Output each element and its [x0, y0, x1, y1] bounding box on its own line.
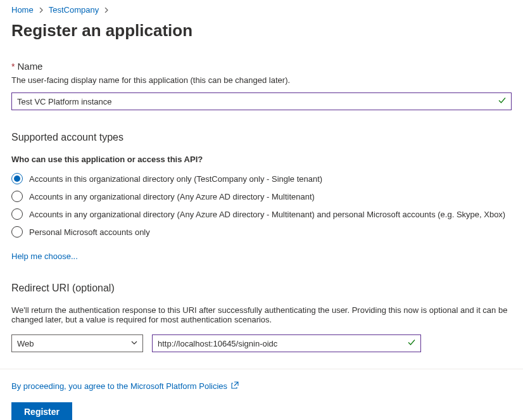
radio-label: Accounts in any organizational directory… [29, 192, 315, 201]
radio-personal-only[interactable]: Personal Microsoft accounts only [11, 226, 512, 238]
radio-single-tenant[interactable]: Accounts in this organizational director… [11, 173, 512, 184]
platform-select[interactable]: Web [11, 334, 143, 352]
radio-icon [11, 208, 23, 220]
divider [0, 369, 523, 369]
breadcrumb-home[interactable]: Home [11, 5, 34, 15]
name-label: Name [17, 61, 42, 72]
platform-select-value: Web [17, 339, 34, 348]
account-types-heading: Supported account types [11, 132, 512, 143]
name-section: * Name The user-facing display name for … [11, 61, 512, 110]
redirect-uri-input[interactable] [152, 334, 421, 352]
radio-icon [11, 226, 23, 238]
register-button[interactable]: Register [11, 402, 72, 420]
help-me-choose-link[interactable]: Help me choose... [11, 251, 78, 261]
chevron-right-icon [104, 6, 109, 15]
external-link-icon [231, 381, 239, 391]
page-title: Register an application [11, 21, 512, 41]
radio-multitenant-personal[interactable]: Accounts in any organizational directory… [11, 208, 512, 220]
required-indicator: * [11, 61, 15, 72]
radio-label: Accounts in this organizational director… [29, 174, 322, 184]
chevron-right-icon [39, 6, 44, 15]
name-description: The user-facing display name for this ap… [11, 75, 512, 85]
name-input[interactable] [11, 92, 512, 110]
breadcrumb-company[interactable]: TestCompany [49, 5, 99, 15]
radio-icon [11, 173, 23, 184]
redirect-uri-section: Redirect URI (optional) We'll return the… [11, 283, 512, 352]
breadcrumb: Home TestCompany [11, 5, 512, 15]
redirect-uri-description: We'll return the authentication response… [11, 305, 512, 324]
radio-multitenant[interactable]: Accounts in any organizational directory… [11, 191, 512, 202]
radio-icon [11, 191, 23, 202]
platform-policies-link[interactable]: By proceeding, you agree to the Microsof… [11, 381, 239, 391]
redirect-uri-heading: Redirect URI (optional) [11, 283, 512, 294]
radio-label: Personal Microsoft accounts only [29, 227, 150, 237]
radio-label: Accounts in any organizational directory… [29, 210, 505, 219]
account-types-section: Supported account types Who can use this… [11, 132, 512, 261]
policy-link-text: By proceeding, you agree to the Microsof… [11, 381, 227, 391]
account-types-sublabel: Who can use this application or access t… [11, 155, 512, 164]
